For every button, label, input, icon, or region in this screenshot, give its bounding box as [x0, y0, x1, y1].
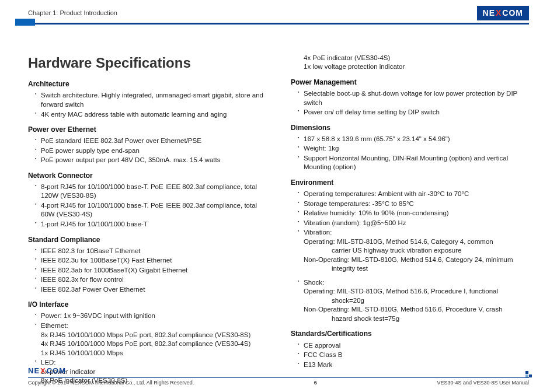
list-item: IEEE 802.3u for 100BaseT(X) Fast Etherne… — [35, 256, 266, 265]
vib-line: integrity test — [304, 264, 529, 274]
shock-line: Operating: MIL-STD-810G, Method 516.6, P… — [304, 287, 529, 296]
io-led-label: LED: — [41, 359, 56, 366]
vib-line: Non-Operating: MIL-STD-810G, Method 514.… — [304, 256, 529, 265]
list-item: IEEE 802.3 for 10BaseT Ethernet — [35, 247, 266, 256]
copyright-text: Copyright © 2014 NEXCOM International Co… — [28, 379, 194, 386]
list-item: PoE standard IEEE 802.3af Power over Eth… — [35, 136, 266, 146]
heading-power-management: Power Management — [291, 78, 529, 87]
left-column: Hardware Specifications Architecture Swi… — [28, 54, 266, 389]
logo-text-right: COM — [502, 8, 523, 19]
heading-architecture: Architecture — [28, 79, 266, 89]
list-pm: Selectable boot-up & shut-down voltage f… — [291, 89, 529, 117]
list-item: Power on/ off delay time setting by DIP … — [298, 108, 529, 117]
list-item: Shock: Operating: MIL-STD-810G, Method 5… — [298, 278, 529, 324]
manual-title: VES30-4S and VES30-8S User Manual — [437, 379, 529, 386]
logo-text-left: NE — [483, 8, 495, 19]
lead-line: 4x PoE indicator (VES30-4S) — [304, 54, 529, 63]
vib-line: Operating: MIL-STD-810G, Method 514.6, C… — [304, 237, 529, 247]
io-eth-line: 8x RJ45 10/100/1000 Mbps PoE port, 802.3… — [41, 331, 266, 340]
list-item: 1-port RJ45 for 10/100/1000 base-T — [35, 220, 266, 229]
list-item: Selectable boot-up & shut-down voltage f… — [298, 89, 529, 107]
heading-dimensions: Dimensions — [291, 123, 529, 132]
list-item: Vibration: Operating: MIL-STD-810G, Meth… — [298, 228, 529, 274]
list-item: Storage temperatures: -35°C to 85°C — [298, 200, 529, 209]
lead-line: 1x low voltage protection indicator — [304, 62, 529, 72]
footer-logo: NEXCOM — [28, 366, 529, 376]
list-item: IEEE 802.3x for flow control — [35, 275, 266, 285]
list-architecture: Switch architecture. Highly integrated, … — [28, 91, 266, 119]
heading-standards: Standards/Certifications — [291, 329, 529, 338]
list-dim: 167 x 58.8 x 139.6 mm (65.75" x 23.14" x… — [291, 135, 529, 172]
shock-line: hazard shock test=75g — [304, 314, 529, 324]
list-item: Switch architecture. Highly integrated, … — [35, 91, 266, 109]
list-item: CE approval — [298, 341, 529, 351]
continued-lines: 4x PoE indicator (VES30-4S) 1x low volta… — [291, 54, 529, 72]
side-tab — [15, 19, 35, 26]
list-item: IEEE 802.3ab for 1000BaseT(X) Gigabit Et… — [35, 266, 266, 275]
logo-text-right: COM — [47, 366, 66, 376]
list-item: FCC Class B — [298, 351, 529, 360]
shock-line: Non-Operating: MIL-STD-810G, Method 516.… — [304, 305, 529, 314]
list-item: Vibration (random): 1g@5~500 Hz — [298, 219, 529, 228]
logo-text-left: NE — [28, 366, 40, 376]
vib-label: Vibration: — [304, 229, 332, 236]
list-item: IEEE 802.3af Power Over Ethernet — [35, 285, 266, 295]
io-eth-label: Ethernet: — [41, 322, 68, 329]
list-item: Operating temperatures: Ambient with air… — [298, 190, 529, 199]
page-footer: NEXCOM Copyright © 2014 NEXCOM Internati… — [28, 366, 529, 386]
list-compliance: IEEE 802.3 for 10BaseT Ethernet IEEE 802… — [28, 247, 266, 295]
corner-glyph-icon — [525, 371, 532, 378]
shock-line: shock=20g — [304, 296, 529, 306]
list-item: 4-port RJ45 for 10/100/1000 base-T. PoE … — [35, 201, 266, 219]
right-column: 4x PoE indicator (VES30-4S) 1x low volta… — [291, 54, 529, 389]
chapter-label: Chapter 1: Product Introduction — [28, 9, 117, 18]
list-item: 4K entry MAC address table with automati… — [35, 110, 266, 120]
io-eth-line: 1x RJ45 10/100/1000 Mbps — [41, 349, 266, 358]
list-standards: CE approval FCC Class B E13 Mark — [291, 341, 529, 370]
logo-text-mid: X — [496, 8, 502, 19]
page-number: 6 — [314, 379, 317, 386]
list-item: PoE power supply type end-span — [35, 146, 266, 156]
page-header: Chapter 1: Product Introduction NEXCOM — [28, 6, 529, 24]
page-title: Hardware Specifications — [28, 54, 266, 72]
vib-line: carrier US highway truck vibration expos… — [304, 246, 529, 256]
list-poe: PoE standard IEEE 802.3af Power over Eth… — [28, 136, 266, 165]
io-eth-line: 4x RJ45 10/100/1000 Mbps PoE port, 802.3… — [41, 340, 266, 349]
list-item: PoE power output per port 48V DC, 350mA.… — [35, 156, 266, 165]
list-item: 8-port RJ45 for 10/100/1000 base-T. PoE … — [35, 183, 266, 201]
heading-network: Network Connector — [28, 171, 266, 180]
heading-poe: Power over Ethernet — [28, 125, 266, 134]
list-item: Power: 1x 9~36VDC input with ignition — [35, 312, 266, 321]
list-item: Ethernet: 8x RJ45 10/100/1000 Mbps PoE p… — [35, 321, 266, 358]
list-env: Operating temperatures: Ambient with air… — [291, 190, 529, 323]
shock-label: Shock: — [304, 279, 324, 286]
heading-io: I/O Interface — [28, 300, 266, 309]
heading-compliance: Standard Compliance — [28, 235, 266, 244]
content-area: Hardware Specifications Architecture Swi… — [28, 29, 529, 389]
list-network: 8-port RJ45 for 10/100/1000 base-T. PoE … — [28, 183, 266, 229]
list-item: Weight: 1kg — [298, 144, 529, 153]
list-item: Support Horizontal Mounting, DIN-Rail Mo… — [298, 154, 529, 172]
logo-text-mid: X — [40, 366, 46, 376]
brand-logo: NEXCOM — [477, 6, 529, 20]
list-item: 167 x 58.8 x 139.6 mm (65.75" x 23.14" x… — [298, 135, 529, 144]
list-item: Relative humidity: 10% to 90% (non-conde… — [298, 209, 529, 218]
heading-environment: Environment — [291, 178, 529, 187]
